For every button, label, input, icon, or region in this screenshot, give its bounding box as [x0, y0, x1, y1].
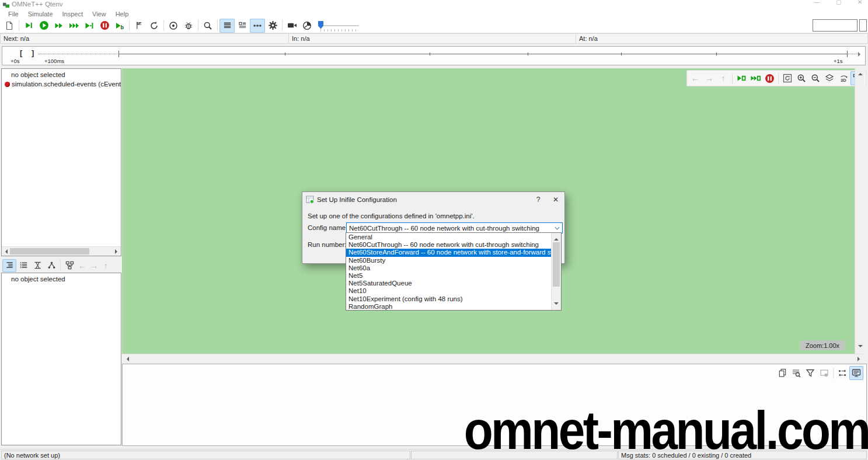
run-button[interactable]	[36, 19, 51, 33]
canvas-up-button[interactable]: ↑	[716, 71, 730, 85]
step-icon	[25, 21, 33, 30]
maximize-icon[interactable]: ▢	[836, 0, 841, 5]
show-log-button[interactable]	[219, 19, 235, 33]
minimize-icon[interactable]: —	[814, 0, 820, 5]
children-mode-button[interactable]	[44, 259, 58, 272]
config-option[interactable]: Net5SaturatedQueue	[346, 280, 551, 287]
scroll-right-icon[interactable]	[115, 249, 120, 254]
config-option[interactable]: Net60Bursty	[346, 257, 551, 264]
find-in-log-button[interactable]	[789, 366, 803, 380]
back-icon: ←	[691, 74, 699, 83]
filter-log-button[interactable]	[803, 366, 817, 380]
scroll-left-icon[interactable]	[124, 357, 129, 361]
toggle-3d-button[interactable]: 3D	[836, 71, 850, 85]
run-until-button[interactable]	[82, 19, 97, 33]
log-lines-icon	[223, 21, 232, 30]
run-icon	[39, 20, 49, 30]
slider-handle[interactable]	[318, 21, 323, 29]
zoom-level-badge: Zoom:1.00x	[800, 340, 845, 350]
configure-log-button[interactable]	[817, 366, 831, 380]
toolbar-spin-field[interactable]	[859, 19, 867, 32]
dialog-title-bar[interactable]: Set Up Inifile Configuration ? ✕	[302, 192, 564, 207]
scroll-thumb[interactable]	[553, 242, 560, 287]
express-run-button[interactable]	[67, 19, 82, 33]
camera-icon	[287, 20, 297, 30]
timeline-tick	[847, 51, 848, 57]
dropdown-scrollbar[interactable]	[551, 233, 561, 310]
toggle-layers-button[interactable]	[822, 71, 836, 85]
scroll-down-icon[interactable]	[858, 345, 863, 350]
config-option[interactable]: Net10Experiment (config with 48 runs)	[346, 295, 551, 303]
speedometer-icon	[302, 21, 312, 30]
config-option[interactable]: RandomGraph	[346, 303, 551, 311]
tree-mode-button[interactable]	[2, 259, 16, 272]
dialog-help-button[interactable]: ?	[529, 193, 547, 206]
network-view-button[interactable]	[62, 259, 76, 272]
step-button[interactable]	[21, 19, 36, 33]
log-display-mode-button[interactable]	[849, 366, 863, 380]
zoom-out-button[interactable]	[808, 71, 822, 85]
run-until-module-button[interactable]	[734, 71, 748, 85]
relayout-button[interactable]	[780, 71, 794, 85]
inspector-hscrollbar[interactable]	[2, 246, 121, 256]
record-video-button[interactable]	[284, 19, 299, 33]
config-option[interactable]: Net10	[346, 287, 551, 295]
canvas-stop-button[interactable]	[762, 71, 776, 85]
canvas-vscrollbar[interactable]	[855, 68, 864, 354]
zoom-in-icon	[797, 74, 806, 83]
rebuild-network-button[interactable]	[147, 19, 162, 33]
preferences-button[interactable]	[265, 19, 280, 33]
copy-button[interactable]	[775, 366, 789, 380]
config-option[interactable]: Net60CutThrough -- 60 node network with …	[346, 241, 551, 249]
canvas-back-button[interactable]: ←	[688, 71, 702, 85]
back-icon[interactable]: ←	[76, 261, 88, 270]
search-icon	[203, 21, 212, 30]
setup-config-button[interactable]	[2, 19, 17, 33]
close-icon[interactable]: ✕	[857, 0, 862, 5]
dialog-close-button[interactable]: ✕	[547, 193, 564, 206]
timeline-tick	[716, 53, 717, 55]
scroll-down-icon[interactable]	[554, 302, 559, 307]
message-trace-button[interactable]	[835, 366, 849, 380]
config-option[interactable]: General	[346, 234, 551, 241]
play-breakpoint-icon: b	[115, 21, 124, 30]
scroll-thumb[interactable]	[10, 248, 89, 255]
inheritance-mode-button[interactable]	[30, 259, 44, 272]
zoom-in-button[interactable]	[794, 71, 808, 85]
stop-button[interactable]	[97, 19, 112, 33]
animation-filter-button[interactable]	[250, 19, 265, 33]
toolbar-text-field[interactable]	[813, 19, 857, 32]
fast-run-button[interactable]	[51, 19, 67, 33]
monitor-lines-icon	[852, 368, 861, 378]
debug-button[interactable]	[181, 19, 196, 33]
canvas-hscrollbar[interactable]	[122, 354, 864, 363]
up-icon[interactable]: ↑	[100, 261, 111, 270]
flat-list-mode-button[interactable]	[16, 259, 30, 272]
show-structured-log-button[interactable]	[235, 19, 250, 33]
menu-view[interactable]: View	[88, 11, 111, 18]
canvas-forward-button[interactable]: →	[702, 71, 716, 85]
fast-run-module-button[interactable]	[748, 71, 762, 85]
find-button[interactable]	[200, 19, 215, 33]
speed-slider[interactable]	[316, 19, 360, 32]
forward-icon[interactable]: →	[88, 261, 100, 270]
menu-inspect[interactable]: Inspect	[58, 11, 88, 18]
debug-on-errors-button[interactable]	[131, 19, 147, 33]
menu-simulate[interactable]: Simulate	[23, 11, 58, 18]
scroll-up-icon[interactable]	[554, 236, 559, 241]
timeline[interactable]: [ ] +0s +100ms +1s	[2, 46, 866, 65]
dialog-icon	[306, 196, 314, 204]
debug-next-event-button[interactable]: b	[112, 19, 127, 33]
chevron-down-icon[interactable]	[552, 226, 562, 230]
config-option-selected[interactable]: Net60StoreAndForward -- 60 node network …	[346, 249, 551, 256]
playback-speed-button[interactable]	[299, 19, 315, 33]
scroll-up-icon[interactable]	[858, 71, 863, 75]
timeline-label-100ms: +100ms	[44, 58, 64, 64]
scroll-right-icon[interactable]	[857, 357, 862, 361]
config-option[interactable]: Net60a	[346, 264, 551, 272]
menu-file[interactable]: File	[4, 11, 23, 18]
config-option[interactable]: Net5	[346, 272, 551, 280]
menu-help[interactable]: Help	[111, 11, 134, 18]
scroll-left-icon[interactable]	[3, 249, 8, 254]
record-events-button[interactable]	[166, 19, 181, 33]
